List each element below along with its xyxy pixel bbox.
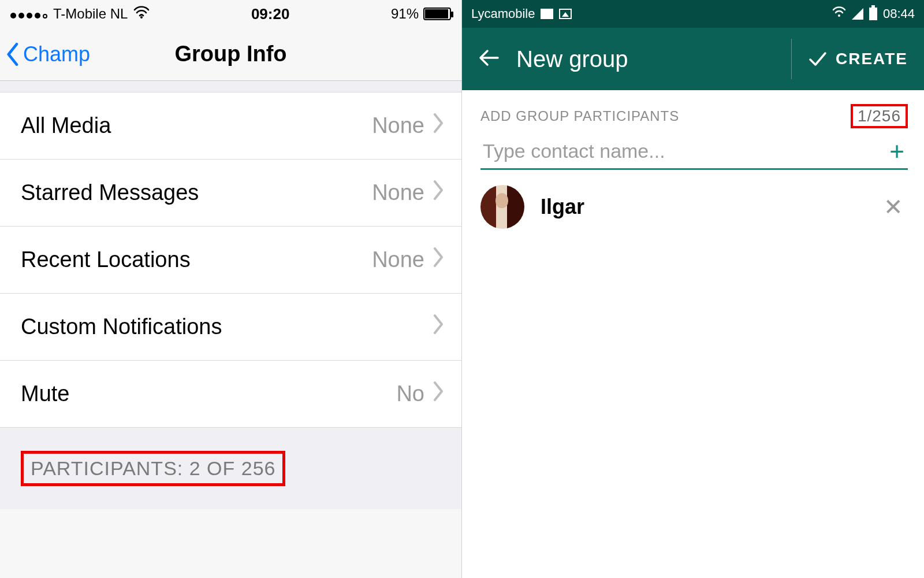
remove-contact-button[interactable]: ✕: [879, 194, 908, 220]
ios-screenshot: T-Mobile NL 09:20 91% Champ Group Info A…: [0, 0, 462, 578]
android-app-bar: New group CREATE: [462, 28, 924, 90]
add-contact-button[interactable]: +: [886, 139, 908, 164]
wifi-icon: [133, 6, 150, 22]
participants-section: PARTICIPANTS: 2 OF 256: [0, 428, 461, 509]
status-time: 08:44: [883, 6, 915, 21]
settings-list: All Media None Starred Messages None Rec…: [0, 92, 461, 428]
chevron-right-icon: [433, 180, 444, 205]
svg-point-0: [140, 16, 143, 18]
back-button[interactable]: Champ: [0, 42, 90, 66]
back-label: Champ: [23, 42, 90, 66]
signal-dots-icon: [10, 6, 50, 22]
battery-icon: [869, 8, 877, 20]
ios-status-bar: T-Mobile NL 09:20 91%: [0, 0, 461, 28]
avatar: [480, 185, 524, 229]
subheader-label: ADD GROUP PARTICIPANTS: [480, 108, 679, 124]
check-icon: [808, 49, 828, 69]
close-icon: ✕: [884, 194, 903, 220]
signal-icon: [852, 8, 863, 20]
contact-name: Ilgar: [541, 195, 879, 219]
selected-contact-row[interactable]: Ilgar ✕: [462, 170, 924, 234]
contact-name-input[interactable]: [480, 134, 886, 168]
sim-icon: [541, 9, 553, 19]
participant-count: 1/256: [851, 104, 908, 128]
android-screenshot: Lycamobile 08:44 New group CREATE ADD GR…: [462, 0, 924, 578]
section-gap: [0, 81, 461, 92]
page-title: New group: [516, 46, 628, 72]
status-time: 09:20: [251, 5, 290, 23]
row-custom-notifications[interactable]: Custom Notifications: [0, 294, 461, 361]
create-button[interactable]: CREATE: [791, 39, 908, 79]
row-starred-messages[interactable]: Starred Messages None: [0, 160, 461, 227]
row-value: None: [372, 113, 424, 138]
chevron-right-icon: [433, 381, 444, 406]
contact-search-row: +: [462, 132, 924, 168]
row-all-media[interactable]: All Media None: [0, 92, 461, 160]
arrow-left-icon: [478, 46, 501, 69]
row-value: None: [372, 180, 424, 205]
back-button[interactable]: [478, 46, 501, 72]
row-label: Mute: [21, 381, 69, 406]
wifi-icon: [832, 6, 846, 21]
svg-point-1: [838, 14, 840, 17]
battery-icon: [423, 8, 451, 20]
participants-header: PARTICIPANTS: 2 OF 256: [21, 451, 285, 486]
ios-nav-bar: Champ Group Info: [0, 28, 461, 81]
battery-percent: 91%: [391, 6, 419, 22]
carrier-label: T-Mobile NL: [53, 6, 128, 22]
row-label: All Media: [21, 113, 111, 138]
row-mute[interactable]: Mute No: [0, 361, 461, 428]
row-label: Recent Locations: [21, 247, 191, 272]
chevron-right-icon: [433, 113, 444, 138]
row-value: None: [372, 247, 424, 272]
row-recent-locations[interactable]: Recent Locations None: [0, 227, 461, 294]
android-status-bar: Lycamobile 08:44: [462, 0, 924, 28]
chevron-left-icon: [6, 43, 21, 66]
row-label: Custom Notifications: [21, 314, 222, 339]
chevron-right-icon: [433, 314, 444, 339]
plus-icon: +: [889, 137, 904, 165]
carrier-label: Lycamobile: [471, 6, 535, 21]
screenshot-icon: [559, 9, 572, 19]
row-value: No: [396, 381, 424, 406]
chevron-right-icon: [433, 247, 444, 272]
create-label: CREATE: [836, 50, 908, 68]
participants-subheader-row: ADD GROUP PARTICIPANTS 1/256: [462, 90, 924, 132]
row-label: Starred Messages: [21, 180, 199, 205]
